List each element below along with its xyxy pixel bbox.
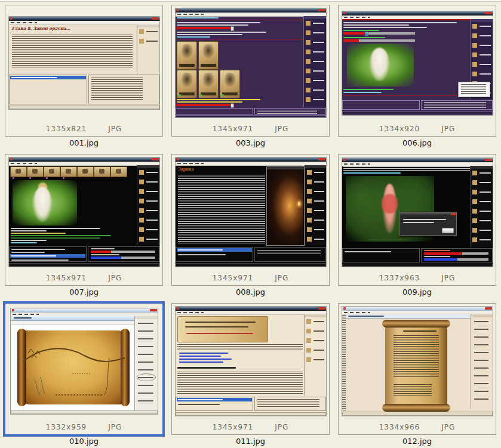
thumbnail-001-preview[interactable]: Глава 8. Закон ордена…: [9, 17, 159, 109]
thumb-detail: [46, 177, 48, 179]
thumb-detail: [394, 335, 439, 378]
thumb-detail: [177, 9, 179, 11]
thumb-detail: [343, 92, 382, 93]
dimensions-label: 1334x966: [379, 423, 420, 431]
thumb-detail: [342, 315, 346, 412]
thumb-detail: [176, 412, 326, 416]
thumb-detail: [11, 240, 47, 241]
thumbnail-012-preview[interactable]: [342, 307, 493, 416]
thumb-detail: [400, 212, 456, 216]
thumb-detail: [346, 314, 472, 319]
thumb-detail: [152, 158, 159, 160]
thumb-detail: [177, 104, 234, 106]
thumb-detail: [343, 307, 346, 310]
thumbnail-meta: 1345x971 JPG: [172, 274, 329, 282]
thumb-detail: [343, 89, 394, 90]
thumb-detail: [176, 108, 253, 115]
thumb-detail: [12, 309, 14, 311]
thumbnail-meta: 1345x971 JPG: [172, 423, 329, 431]
thumb-detail: [179, 353, 228, 354]
thumb-detail: [176, 157, 326, 162]
thumb-detail: [176, 8, 326, 13]
file-item-009[interactable]: 1337x963 JPG: [338, 154, 496, 286]
thumb-detail: [472, 171, 491, 245]
thumb-detail: [424, 256, 450, 257]
thumb-detail: [318, 158, 325, 160]
thumb-detail: [176, 115, 326, 118]
thumb-detail: [306, 319, 324, 367]
thumb-detail: [485, 307, 492, 310]
file-item-010[interactable]: 1332x959 JPG: [3, 301, 165, 437]
file-item-008[interactable]: Зарина 134: [171, 154, 330, 286]
thumb-detail: [9, 106, 159, 109]
thumb-detail: [176, 397, 253, 411]
thumbnail-010-preview[interactable]: [11, 308, 158, 414]
file-item-003[interactable]: 1345x971 JPG: [171, 5, 330, 137]
thumb-detail: [14, 317, 32, 319]
thumb-detail: [135, 316, 158, 319]
thumb-detail: [177, 344, 303, 350]
thumb-detail: [307, 170, 324, 244]
thumbnail-009-preview[interactable]: [342, 158, 493, 267]
thumb-detail: [471, 314, 493, 317]
thumbnail-area: [339, 5, 496, 121]
thumb-detail: [385, 322, 447, 409]
format-label: JPG: [441, 125, 455, 133]
thumbnail-area: [339, 155, 496, 270]
thumb-detail: [11, 252, 45, 253]
file-item-006[interactable]: 1334x920 JPG: [338, 5, 496, 137]
thumbnail-007-preview[interactable]: [9, 157, 159, 267]
thumb-detail: [343, 30, 379, 31]
thumb-detail: [137, 165, 159, 168]
thumb-detail: [12, 35, 133, 69]
filename-label[interactable]: 006.jpg: [338, 138, 496, 147]
thumb-detail: [403, 330, 437, 332]
thumb-detail: [177, 27, 234, 29]
filename-label[interactable]: 009.jpg: [338, 288, 496, 296]
thumbnail-003-preview[interactable]: [176, 8, 326, 118]
thumb-detail: [11, 237, 100, 239]
format-label: JPG: [108, 423, 122, 431]
filename-label[interactable]: 010.jpg: [5, 437, 163, 446]
thumb-detail: [343, 39, 415, 42]
file-item-011[interactable]: 1345x971 JPG: [171, 303, 330, 435]
thumb-detail: [343, 166, 470, 171]
thumb-detail: [104, 358, 109, 395]
filename-label[interactable]: 011.jpg: [171, 437, 330, 446]
thumb-detail: [342, 158, 493, 162]
filename-label[interactable]: 001.jpg: [5, 138, 163, 147]
thumb-detail: [347, 44, 414, 86]
thumb-detail: [382, 194, 398, 214]
thumb-detail: [343, 159, 346, 161]
thumbnail-area: [5, 304, 162, 419]
file-item-001[interactable]: Глава 8. Закон ордена… 1335x821 JPG: [5, 5, 163, 137]
filename-label[interactable]: 003.jpg: [171, 138, 330, 147]
top-border: [0, 0, 501, 2]
thumb-detail: [177, 70, 197, 98]
thumb-detail: [177, 32, 266, 33]
thumbnail-006-preview[interactable]: [342, 11, 493, 115]
thumb-detail: [257, 110, 317, 115]
thumb-detail: [9, 157, 159, 162]
dimensions-label: 1345x971: [213, 125, 254, 133]
thumb-detail: [91, 257, 122, 259]
thumb-detail: [139, 29, 158, 47]
thumb-detail: [177, 104, 234, 106]
thumb-detail: [370, 48, 390, 81]
filename-label[interactable]: 007.jpg: [5, 288, 163, 296]
format-label: JPG: [441, 274, 455, 282]
file-item-012[interactable]: 1334x966 JPG: [338, 303, 496, 435]
thumbnail-011-preview[interactable]: [176, 307, 326, 416]
thumb-detail: [461, 84, 486, 94]
filename-label[interactable]: 012.jpg: [338, 437, 496, 446]
thumb-detail: [348, 316, 384, 317]
file-item-007[interactable]: 1345x971 JPG: [5, 154, 163, 286]
thumb-detail: [150, 309, 157, 311]
dimensions-label: 1332x959: [46, 423, 87, 431]
thumbnail-008-preview[interactable]: Зарина: [176, 157, 326, 267]
filename-label[interactable]: 008.jpg: [171, 288, 330, 296]
thumb-detail: [345, 251, 391, 252]
thumb-detail: [424, 250, 450, 251]
thumb-detail: [44, 166, 60, 177]
thumb-detail: [257, 399, 319, 407]
